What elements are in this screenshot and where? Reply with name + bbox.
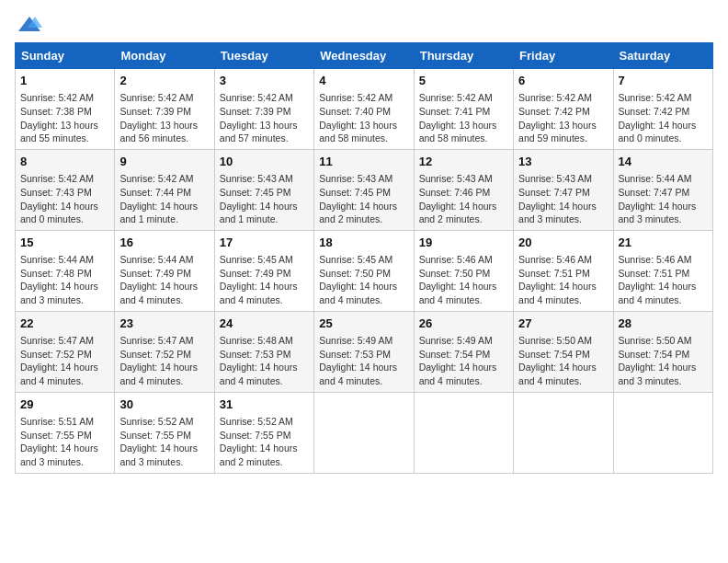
- day-number: 23: [119, 316, 209, 332]
- sunrise-text: Sunrise: 5:42 AM: [518, 91, 608, 105]
- calendar-week-2: 1Sunrise: 5:42 AMSunset: 7:38 PMDaylight…: [16, 69, 713, 150]
- day-number: 19: [419, 235, 508, 251]
- calendar-cell: 4Sunrise: 5:42 AMSunset: 7:40 PMDaylight…: [314, 69, 414, 150]
- daylight-label: Daylight: 14 hours and 3 minutes.: [20, 280, 109, 306]
- sunrise-text: Sunrise: 5:52 AM: [220, 415, 309, 429]
- calendar-cell: 18Sunrise: 5:45 AMSunset: 7:50 PMDayligh…: [314, 230, 414, 311]
- calendar-cell: 15Sunrise: 5:44 AMSunset: 7:48 PMDayligh…: [16, 230, 115, 311]
- sunrise-text: Sunrise: 5:49 AM: [319, 334, 408, 348]
- calendar-cell: 10Sunrise: 5:43 AMSunset: 7:45 PMDayligh…: [214, 149, 313, 230]
- calendar-cell: 17Sunrise: 5:45 AMSunset: 7:49 PMDayligh…: [214, 230, 313, 311]
- sunrise-text: Sunrise: 5:46 AM: [619, 253, 708, 267]
- sunset-text: Sunset: 7:42 PM: [619, 105, 708, 119]
- sunset-text: Sunset: 7:45 PM: [319, 186, 408, 200]
- calendar-cell: 26Sunrise: 5:49 AMSunset: 7:54 PMDayligh…: [414, 311, 513, 392]
- daylight-label: Daylight: 14 hours and 3 minutes.: [20, 442, 109, 468]
- sunrise-text: Sunrise: 5:44 AM: [20, 253, 109, 267]
- day-number: 3: [220, 73, 309, 89]
- column-header-friday: Friday: [514, 43, 613, 69]
- day-number: 24: [220, 316, 309, 332]
- day-number: 9: [119, 154, 209, 170]
- sunrise-text: Sunrise: 5:42 AM: [20, 91, 109, 105]
- page-header: [15, 15, 713, 31]
- sunrise-text: Sunrise: 5:52 AM: [119, 415, 209, 429]
- day-number: 11: [319, 154, 408, 170]
- day-number: 12: [419, 154, 508, 170]
- calendar-cell: 23Sunrise: 5:47 AMSunset: 7:52 PMDayligh…: [115, 311, 214, 392]
- calendar-cell: 11Sunrise: 5:43 AMSunset: 7:45 PMDayligh…: [314, 149, 414, 230]
- daylight-label: Daylight: 14 hours and 4 minutes.: [119, 361, 209, 387]
- daylight-label: Daylight: 14 hours and 4 minutes.: [518, 361, 608, 387]
- sunrise-text: Sunrise: 5:44 AM: [119, 253, 209, 267]
- daylight-label: Daylight: 14 hours and 2 minutes.: [220, 442, 309, 468]
- sunrise-text: Sunrise: 5:43 AM: [220, 172, 309, 186]
- column-header-monday: Monday: [115, 43, 214, 69]
- sunset-text: Sunset: 7:49 PM: [220, 267, 309, 281]
- day-number: 15: [20, 235, 109, 251]
- sunrise-text: Sunrise: 5:48 AM: [220, 334, 309, 348]
- sunrise-text: Sunrise: 5:46 AM: [518, 253, 608, 267]
- calendar-cell: [514, 392, 613, 473]
- daylight-label: Daylight: 14 hours and 0 minutes.: [619, 119, 708, 145]
- calendar-cell: 21Sunrise: 5:46 AMSunset: 7:51 PMDayligh…: [613, 230, 712, 311]
- daylight-label: Daylight: 14 hours and 4 minutes.: [619, 280, 708, 306]
- day-number: 20: [518, 235, 608, 251]
- daylight-label: Daylight: 14 hours and 1 minute.: [220, 200, 309, 226]
- daylight-label: Daylight: 14 hours and 4 minutes.: [220, 280, 309, 306]
- day-number: 16: [119, 235, 209, 251]
- calendar-cell: 13Sunrise: 5:43 AMSunset: 7:47 PMDayligh…: [514, 149, 613, 230]
- sunrise-text: Sunrise: 5:50 AM: [619, 334, 708, 348]
- calendar-cell: 9Sunrise: 5:42 AMSunset: 7:44 PMDaylight…: [115, 149, 214, 230]
- daylight-label: Daylight: 14 hours and 4 minutes.: [518, 280, 608, 306]
- day-number: 8: [20, 154, 109, 170]
- day-number: 22: [20, 316, 109, 332]
- day-number: 13: [518, 154, 608, 170]
- sunset-text: Sunset: 7:50 PM: [319, 267, 408, 281]
- calendar-cell: 5Sunrise: 5:42 AMSunset: 7:41 PMDaylight…: [414, 69, 513, 150]
- daylight-label: Daylight: 13 hours and 57 minutes.: [220, 119, 309, 145]
- sunrise-text: Sunrise: 5:49 AM: [419, 334, 508, 348]
- sunset-text: Sunset: 7:54 PM: [619, 348, 708, 362]
- sunrise-text: Sunrise: 5:45 AM: [319, 253, 408, 267]
- calendar-cell: 20Sunrise: 5:46 AMSunset: 7:51 PMDayligh…: [514, 230, 613, 311]
- calendar-cell: 6Sunrise: 5:42 AMSunset: 7:42 PMDaylight…: [514, 69, 613, 150]
- calendar-cell: 19Sunrise: 5:46 AMSunset: 7:50 PMDayligh…: [414, 230, 513, 311]
- sunset-text: Sunset: 7:52 PM: [119, 348, 209, 362]
- sunset-text: Sunset: 7:39 PM: [220, 105, 309, 119]
- sunrise-text: Sunrise: 5:51 AM: [20, 415, 109, 429]
- calendar-cell: 7Sunrise: 5:42 AMSunset: 7:42 PMDaylight…: [613, 69, 712, 150]
- column-header-saturday: Saturday: [613, 43, 712, 69]
- calendar-cell: [613, 392, 712, 473]
- calendar-week-6: 29Sunrise: 5:51 AMSunset: 7:55 PMDayligh…: [16, 392, 713, 473]
- calendar-week-4: 15Sunrise: 5:44 AMSunset: 7:48 PMDayligh…: [16, 230, 713, 311]
- column-header-thursday: Thursday: [414, 43, 513, 69]
- sunrise-text: Sunrise: 5:42 AM: [119, 91, 209, 105]
- calendar-cell: 24Sunrise: 5:48 AMSunset: 7:53 PMDayligh…: [214, 311, 313, 392]
- daylight-label: Daylight: 13 hours and 59 minutes.: [518, 119, 608, 145]
- sunset-text: Sunset: 7:55 PM: [220, 429, 309, 442]
- sunset-text: Sunset: 7:53 PM: [319, 348, 408, 362]
- sunrise-text: Sunrise: 5:42 AM: [119, 172, 209, 186]
- calendar-cell: 27Sunrise: 5:50 AMSunset: 7:54 PMDayligh…: [514, 311, 613, 392]
- calendar-cell: 31Sunrise: 5:52 AMSunset: 7:55 PMDayligh…: [214, 392, 313, 473]
- calendar-cell: 29Sunrise: 5:51 AMSunset: 7:55 PMDayligh…: [16, 392, 115, 473]
- calendar-cell: 8Sunrise: 5:42 AMSunset: 7:43 PMDaylight…: [16, 149, 115, 230]
- sunset-text: Sunset: 7:38 PM: [20, 105, 109, 119]
- daylight-label: Daylight: 14 hours and 3 minutes.: [119, 442, 209, 468]
- sunset-text: Sunset: 7:41 PM: [419, 105, 508, 119]
- sunset-text: Sunset: 7:51 PM: [619, 267, 708, 281]
- day-number: 6: [518, 73, 608, 89]
- daylight-label: Daylight: 13 hours and 55 minutes.: [20, 119, 109, 145]
- daylight-label: Daylight: 14 hours and 2 minutes.: [319, 200, 408, 226]
- sunset-text: Sunset: 7:39 PM: [119, 105, 209, 119]
- sunset-text: Sunset: 7:45 PM: [220, 186, 309, 200]
- daylight-label: Daylight: 13 hours and 58 minutes.: [319, 119, 408, 145]
- sunrise-text: Sunrise: 5:46 AM: [419, 253, 508, 267]
- sunset-text: Sunset: 7:40 PM: [319, 105, 408, 119]
- day-number: 1: [20, 73, 109, 89]
- calendar-cell: 22Sunrise: 5:47 AMSunset: 7:52 PMDayligh…: [16, 311, 115, 392]
- day-number: 4: [319, 73, 408, 89]
- daylight-label: Daylight: 14 hours and 4 minutes.: [20, 361, 109, 387]
- daylight-label: Daylight: 14 hours and 3 minutes.: [619, 200, 708, 226]
- day-number: 5: [419, 73, 508, 89]
